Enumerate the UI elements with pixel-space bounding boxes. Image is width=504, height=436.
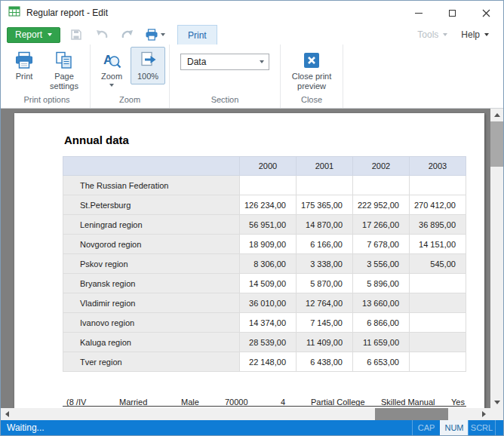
scroll-down-button[interactable] [490, 396, 503, 408]
print-button[interactable]: Print [8, 47, 41, 84]
value-cell [410, 333, 466, 352]
value-cell: 22 148,00 [240, 352, 297, 372]
row-label-cell: Ivanovo region [63, 313, 240, 333]
group-label-print-options: Print options [8, 94, 86, 108]
quick-print-button[interactable] [145, 29, 165, 41]
table-row: Leningrad region56 951,0014 870,0017 266… [63, 215, 466, 235]
close-button[interactable] [469, 1, 503, 25]
value-cell: 14 151,00 [410, 235, 466, 254]
vertical-scrollbar[interactable] [490, 109, 503, 408]
section-combobox[interactable]: Data [180, 54, 269, 70]
arrow-right-icon [482, 411, 486, 417]
vertical-scroll-thumb[interactable] [490, 121, 503, 167]
scroll-up-button[interactable] [490, 109, 503, 121]
maximize-button[interactable] [435, 1, 469, 25]
zoom-button[interactable]: A Zoom [94, 47, 129, 90]
value-cell: 11 659,00 [353, 333, 410, 352]
titlebar: Regular report - Edit [1, 1, 503, 25]
scroll-right-button[interactable] [478, 408, 490, 420]
horizontal-scroll-thumb[interactable] [375, 408, 448, 420]
row-label-cell: The Russian Federation [63, 176, 240, 195]
indicator-scrl: SCRL [468, 420, 496, 435]
ribbon: Print Page settings Print options [1, 45, 503, 109]
value-cell: 6 866,00 [353, 313, 410, 333]
value-cell: 12 764,00 [297, 293, 353, 313]
report-menu-label: Report [15, 29, 42, 40]
undo-icon [95, 29, 109, 41]
group-print-options: Print Page settings Print options [4, 45, 91, 108]
arrow-left-icon [5, 411, 9, 417]
group-label-section: Section [174, 94, 276, 108]
status-indicators: CAPNUMSCRL [412, 420, 496, 435]
value-cell [410, 293, 466, 313]
table-header-row: 2000200120022003 [63, 157, 466, 176]
table-row: Bryansk region14 509,005 870,005 896,00 [63, 274, 466, 293]
scrollbar-corner [490, 408, 503, 420]
clipped-cell: Male [181, 398, 199, 407]
chevron-down-icon [484, 33, 489, 36]
value-cell: 6 653,00 [353, 352, 410, 372]
table-row: Pskov region8 306,003 338,003 556,00545,… [63, 254, 466, 274]
value-cell: 126 234,00 [240, 195, 297, 215]
value-cell: 7 145,00 [297, 313, 353, 333]
clipped-cell: Yes [451, 398, 465, 407]
report-page: Annual data 2000200120022003 The Russian… [14, 113, 484, 408]
value-cell: 3 556,00 [353, 254, 410, 274]
minimize-button[interactable] [401, 1, 435, 25]
year-column-header: 2000 [240, 157, 297, 176]
minimize-icon [415, 13, 423, 14]
group-label-zoom: Zoom [94, 94, 165, 108]
page-settings-icon [54, 51, 74, 69]
value-cell [410, 313, 466, 333]
row-label-cell: Leningrad region [63, 215, 240, 235]
save-button[interactable] [66, 26, 86, 44]
row-label-cell: Kaluga region [63, 333, 240, 352]
chevron-down-icon [48, 33, 52, 36]
clipped-cell: Skilled Manual [381, 398, 435, 407]
page-settings-button[interactable]: Page settings [42, 47, 86, 94]
value-cell: 175 365,00 [297, 195, 353, 215]
value-cell: 14 509,00 [240, 274, 297, 293]
chevron-down-icon [161, 33, 165, 36]
value-cell: 3 338,00 [297, 254, 353, 274]
close-icon [482, 9, 490, 17]
page-settings-label: Page settings [46, 72, 82, 91]
app-icon [8, 5, 20, 20]
table-row: Novgorod region18 909,006 166,007 678,00… [63, 235, 466, 254]
zoom-100-label: 100% [137, 72, 158, 81]
horizontal-scrollbar[interactable] [1, 408, 490, 420]
value-cell: 6 166,00 [297, 235, 353, 254]
status-message: Waiting... [7, 422, 412, 433]
redo-button[interactable] [118, 26, 137, 44]
value-cell [410, 274, 466, 293]
group-close: Close print preview Close [281, 45, 343, 108]
value-cell: 8 306,00 [240, 254, 297, 274]
print-button-label: Print [16, 72, 33, 81]
scroll-left-button[interactable] [1, 408, 14, 420]
group-zoom: A Zoom 100% Zoom [91, 45, 170, 108]
arrow-up-icon [494, 113, 500, 117]
clipped-cell: (8 /IV [66, 398, 86, 407]
zoom-100-button[interactable]: 100% [131, 47, 165, 84]
menu-tools[interactable]: Tools [410, 25, 454, 45]
undo-button[interactable] [92, 26, 112, 44]
row-label-cell: Tver region [63, 352, 240, 372]
table-row: Kaluga region28 539,0011 409,0011 659,00 [63, 333, 466, 352]
arrow-down-icon [494, 401, 500, 404]
row-label-cell: Novgorod region [63, 235, 240, 254]
value-cell [240, 176, 297, 195]
report-menu-button[interactable]: Report [7, 27, 60, 43]
year-column-header: 2002 [353, 157, 410, 176]
value-cell: 17 266,00 [353, 215, 410, 235]
report-table-body: The Russian FederationSt.Petersburg126 2… [63, 176, 466, 372]
tab-print[interactable]: Print [177, 25, 217, 45]
value-cell: 36 895,00 [410, 215, 466, 235]
zoom-icon: A [102, 51, 121, 69]
zoom-100-icon [138, 51, 158, 69]
menu-help[interactable]: Help [454, 25, 496, 45]
preview-area: Annual data 2000200120022003 The Russian… [1, 109, 503, 420]
close-print-preview-button[interactable]: Close print preview [284, 47, 339, 94]
printer-icon [14, 51, 34, 69]
value-cell: 11 409,00 [297, 333, 353, 352]
close-preview-label: Close print preview [288, 72, 335, 91]
